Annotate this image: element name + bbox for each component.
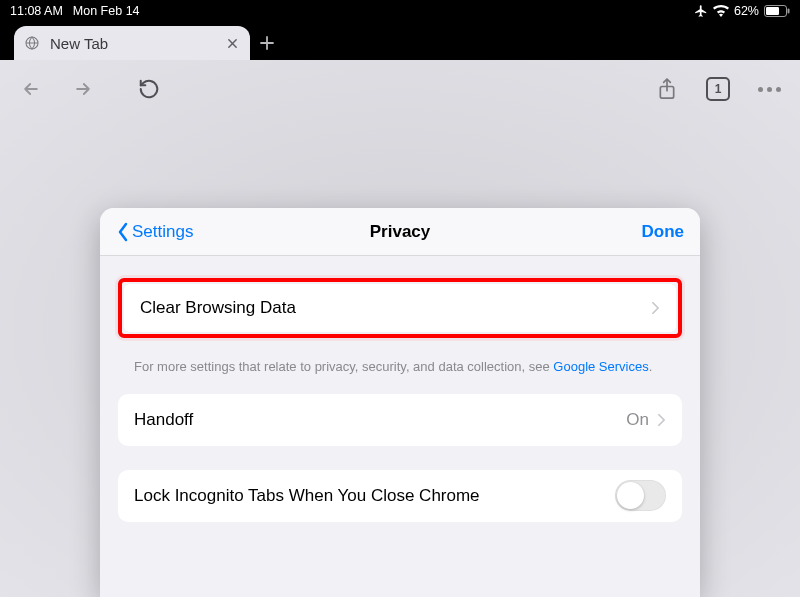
lock-incognito-label: Lock Incognito Tabs When You Close Chrom…: [134, 486, 480, 506]
tab-title: New Tab: [50, 35, 214, 52]
share-button[interactable]: [654, 76, 680, 102]
sheet-header: Settings Privacy Done: [100, 208, 700, 256]
lock-incognito-row[interactable]: Lock Incognito Tabs When You Close Chrom…: [118, 470, 682, 522]
wifi-icon: [713, 5, 729, 17]
battery-percent: 62%: [734, 4, 759, 18]
status-right: 62%: [694, 4, 790, 18]
tab-strip: New Tab: [0, 22, 800, 60]
airplane-mode-icon: [694, 4, 708, 18]
clear-browsing-label: Clear Browsing Data: [140, 298, 296, 318]
handoff-row[interactable]: Handoff On: [118, 394, 682, 446]
svg-rect-2: [788, 9, 790, 14]
chevron-right-icon: [651, 301, 660, 315]
back-button[interactable]: [18, 76, 44, 102]
browser-tab[interactable]: New Tab: [14, 26, 250, 60]
tab-count-button[interactable]: 1: [706, 77, 730, 101]
back-label: Settings: [132, 222, 193, 242]
handoff-label: Handoff: [134, 410, 193, 430]
new-tab-button[interactable]: [250, 26, 284, 60]
privacy-footnote: For more settings that relate to privacy…: [118, 348, 682, 394]
toolbar: 1: [0, 60, 800, 118]
chevron-right-icon: [657, 413, 666, 427]
tab-count-label: 1: [715, 82, 722, 96]
clear-browsing-highlight: Clear Browsing Data: [118, 278, 682, 338]
privacy-settings-sheet: Settings Privacy Done Clear Browsing Dat…: [100, 208, 700, 597]
status-time: 11:08 AM: [10, 4, 63, 18]
status-bar: 11:08 AM Mon Feb 14 62%: [0, 0, 800, 22]
svg-rect-1: [766, 7, 779, 15]
status-date: Mon Feb 14: [73, 4, 140, 18]
handoff-value: On: [626, 410, 649, 430]
google-services-link[interactable]: Google Services: [553, 359, 648, 374]
forward-button[interactable]: [70, 76, 96, 102]
reload-button[interactable]: [136, 76, 162, 102]
globe-icon: [24, 35, 40, 51]
browser-chrome: 1 Settings Privacy Done Clear Browsing D…: [0, 60, 800, 597]
done-button[interactable]: Done: [642, 222, 685, 242]
close-icon[interactable]: [224, 35, 240, 51]
back-to-settings-button[interactable]: Settings: [116, 222, 193, 242]
lock-incognito-toggle[interactable]: [615, 480, 666, 511]
clear-browsing-data-row[interactable]: Clear Browsing Data: [124, 284, 676, 332]
overflow-menu-button[interactable]: [756, 76, 782, 102]
battery-icon: [764, 5, 790, 17]
